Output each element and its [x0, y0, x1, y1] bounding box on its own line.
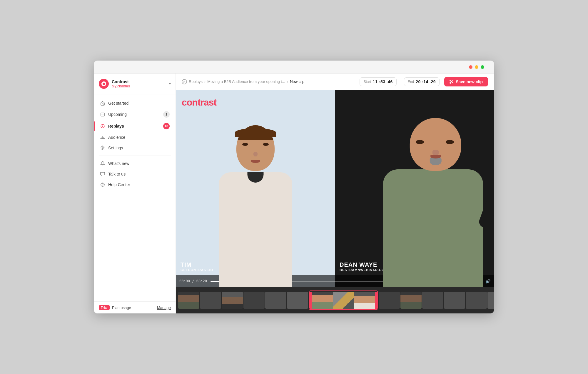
sidebar-item-label-get-started: Get started [108, 101, 128, 106]
filmstrip-thumb[interactable] [265, 292, 286, 309]
time-dash: – [399, 79, 402, 84]
maximize-window-button[interactable] [481, 65, 484, 69]
tim-figure [176, 90, 335, 287]
svg-rect-0 [101, 113, 104, 116]
help-icon [100, 182, 105, 187]
sidebar-footer: Trial Plan usage Manage [94, 301, 176, 313]
video-panel-right: DEAN WAYE BESTDAMNWEBINAR.COM [335, 90, 494, 287]
breadcrumb-replays[interactable]: Replays [189, 79, 203, 84]
replays-badge: 43 [163, 123, 170, 129]
bar-chart-icon [100, 135, 105, 140]
breadcrumb-new-clip: New clip [290, 79, 304, 84]
replay-breadcrumb-icon: ▷ [182, 79, 187, 84]
sidebar-item-get-started[interactable]: Get started [94, 98, 176, 108]
home-icon [100, 101, 105, 106]
main-layout: Contrast My channel ▾ Get started [94, 74, 494, 313]
video-split: contrast [176, 90, 494, 287]
sidebar-item-help-center[interactable]: Help Center [94, 179, 176, 190]
end-time-box[interactable]: End 20 :14 .29 [404, 77, 440, 86]
video-container: contrast [176, 90, 494, 287]
filmstrip-thumb[interactable] [422, 292, 443, 309]
plan-usage-text: Plan usage [112, 305, 131, 310]
chat-icon [100, 171, 105, 177]
filmstrip-handle-right[interactable] [375, 292, 377, 309]
end-label: End [408, 80, 414, 84]
app-window: ··· Contrast My channel ▾ [94, 61, 494, 313]
start-label: Start [363, 80, 371, 84]
sidebar-item-settings[interactable]: Settings [94, 143, 176, 153]
brand-text: Contrast My channel [112, 79, 166, 88]
filmstrip-thumb[interactable] [379, 292, 400, 309]
top-bar: ▷ Replays › Moving a B2B Audience from y… [176, 74, 494, 90]
sidebar: Contrast My channel ▾ Get started [94, 74, 176, 313]
end-time-value: 20 :14 .29 [416, 79, 436, 84]
window-controls [469, 65, 484, 69]
sidebar-item-talk-to-us[interactable]: Talk to us [94, 169, 176, 179]
settings-icon [100, 145, 105, 151]
filmstrip-thumb[interactable] [200, 292, 221, 309]
filmstrip-handle-left[interactable] [309, 292, 312, 309]
breadcrumb: ▷ Replays › Moving a B2B Audience from y… [182, 79, 355, 84]
filmstrip-selected-thumb-2[interactable] [333, 292, 354, 309]
breadcrumb-video-title[interactable]: Moving a B2B Audience from your opening … [207, 79, 285, 84]
sidebar-item-whats-new[interactable]: What's new [94, 158, 176, 169]
sidebar-item-replays[interactable]: Replays 43 [94, 120, 176, 132]
sidebar-item-label-replays: Replays [108, 124, 124, 128]
sidebar-item-label-whats-new: What's new [108, 161, 129, 166]
save-new-clip-button[interactable]: Save new clip [444, 77, 488, 86]
nav-separator [99, 156, 171, 156]
brand-chevron-icon[interactable]: ▾ [169, 82, 171, 86]
video-time-current: 00:00 / 08:20 [179, 279, 207, 283]
sidebar-item-audience[interactable]: Audience [94, 132, 176, 143]
trial-badge: Trial [99, 305, 110, 310]
filmstrip-thumb[interactable] [178, 292, 199, 309]
right-person-org: BESTDAMNWEBINAR.COM [340, 268, 387, 272]
bell-icon [100, 161, 105, 166]
svg-point-2 [102, 147, 103, 149]
start-time-box[interactable]: Start 11 :53 .46 [360, 77, 396, 86]
svg-point-4 [103, 186, 103, 186]
scissors-icon [450, 80, 454, 84]
brand-channel[interactable]: My channel [112, 84, 166, 88]
left-person-org: GETCONTRAST.IO [181, 268, 213, 272]
filmstrip-selected-thumb-3[interactable] [354, 292, 375, 309]
manage-link[interactable]: Manage [157, 305, 171, 310]
volume-icon[interactable]: 🔊 [485, 279, 490, 283]
video-panel-left: contrast [176, 90, 335, 287]
sidebar-item-label-help-center: Help Center [108, 182, 130, 187]
filmstrip-area[interactable]: 👤 ··· [176, 287, 494, 313]
filmstrip-selected-thumb-1[interactable] [312, 292, 333, 309]
sidebar-item-label-settings: Settings [108, 146, 123, 150]
filmstrip-thumb[interactable] [444, 292, 465, 309]
save-button-label: Save new clip [456, 79, 483, 84]
brand-logo [99, 79, 109, 89]
sidebar-header[interactable]: Contrast My channel ▾ [94, 74, 176, 94]
left-person-name: TIM [181, 261, 213, 268]
sidebar-item-upcoming[interactable]: Upcoming 1 [94, 108, 176, 120]
right-person-name: DEAN WAYE [340, 261, 387, 268]
name-overlay-left: TIM GETCONTRAST.IO [181, 261, 213, 272]
filmstrip-selection[interactable] [309, 290, 378, 310]
content-area: ▷ Replays › Moving a B2B Audience from y… [176, 74, 494, 313]
sidebar-item-label-audience: Audience [108, 135, 125, 140]
filmstrip-thumb[interactable] [487, 292, 494, 309]
sidebar-item-label-upcoming: Upcoming [108, 112, 127, 117]
breadcrumb-sep-2: › [287, 79, 288, 84]
sidebar-nav: Get started Upcoming 1 [94, 94, 176, 301]
title-bar-menu: ··· [484, 64, 490, 70]
dean-figure [335, 90, 494, 287]
close-window-button[interactable] [469, 65, 472, 69]
calendar-icon [100, 112, 105, 117]
upcoming-badge: 1 [163, 111, 170, 118]
filmstrip-thumb[interactable] [287, 292, 308, 309]
filmstrip-thumb[interactable] [243, 292, 265, 309]
breadcrumb-sep-1: › [204, 79, 206, 84]
brand-logo-inner [101, 81, 106, 86]
filmstrip-thumb[interactable] [400, 292, 422, 309]
filmstrip-thumb[interactable] [222, 292, 243, 309]
name-overlay-right: DEAN WAYE BESTDAMNWEBINAR.COM [340, 261, 387, 272]
filmstrip-thumb[interactable] [466, 292, 487, 309]
time-controls: Start 11 :53 .46 – End 20 :14 .29 [360, 77, 440, 86]
minimize-window-button[interactable] [475, 65, 478, 69]
brand-name: Contrast [112, 79, 166, 84]
